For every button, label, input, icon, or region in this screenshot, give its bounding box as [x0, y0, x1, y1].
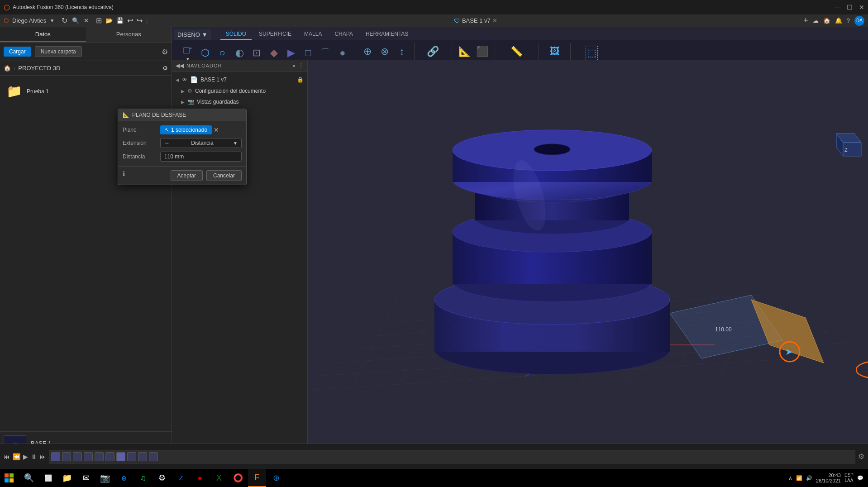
close-toolbar-icon[interactable]: ✕ [84, 17, 89, 24]
chamfer-btn[interactable]: ↕ [394, 45, 410, 58]
collapse-nav-icon[interactable]: ◀◀ [176, 62, 184, 69]
system-clock[interactable]: 20:43 26/10/2021 [816, 473, 841, 483]
home-nav-icon[interactable]: 🏠 [4, 65, 11, 72]
taskbar-other[interactable]: ⊕ [267, 469, 285, 487]
taskbar-spotify[interactable]: ♫ [134, 469, 152, 487]
design-dropdown[interactable]: DISEÑO ▼ [174, 29, 211, 40]
insert-img-btn[interactable]: 🖼 [547, 45, 563, 58]
add-tab-icon[interactable]: + [803, 16, 808, 25]
open-icon[interactable]: 📂 [105, 17, 113, 24]
press-pull-btn[interactable]: ⊕ [360, 45, 375, 58]
chevron-icon[interactable]: ∧ [788, 475, 792, 481]
cloud-icon[interactable]: ☁ [813, 17, 819, 24]
timeline-item-4[interactable] [84, 452, 93, 461]
project-name[interactable]: PROYECTO 3D [18, 65, 60, 72]
timeline-item-9[interactable] [138, 452, 147, 461]
folder-item-prueba1[interactable]: 📁 Prueba 1 [4, 79, 168, 103]
accept-button[interactable]: Aceptar [171, 170, 203, 181]
nav-lock-icon[interactable]: 🔒 [297, 76, 304, 83]
joint-btn[interactable]: 🔗 [425, 45, 441, 58]
timeline-item-6[interactable] [105, 452, 114, 461]
tab-malla[interactable]: MALLA [299, 29, 327, 40]
sphere-btn[interactable]: ● [335, 46, 350, 60]
distancia-input[interactable] [160, 152, 242, 162]
nav-cube[interactable]: Z [827, 127, 863, 163]
loft-btn[interactable]: ⊡ [249, 46, 264, 60]
fillet-btn[interactable]: ⊗ [377, 45, 392, 58]
plane-btn[interactable]: 📐 [457, 45, 472, 58]
cancel-button[interactable]: Cancelar [206, 170, 242, 181]
home-icon[interactable]: 🏠 [823, 17, 830, 24]
sweep-btn[interactable]: ◐ [232, 46, 247, 60]
plano-clear-btn[interactable]: ✕ [214, 126, 219, 134]
tab-herramientas[interactable]: HERRAMIENTAS [360, 29, 414, 40]
save-icon[interactable]: 💾 [116, 17, 124, 24]
timeline-prev-btn[interactable]: ⏪ [13, 453, 20, 460]
taskbar-xbox[interactable]: X [210, 469, 228, 487]
user-dropdown-icon[interactable]: ▼ [50, 18, 54, 23]
extrude-btn[interactable]: ⬡ [197, 46, 213, 60]
extension-select[interactable]: ↔ Distancia ▼ [160, 138, 242, 148]
taskbar-unknown[interactable]: ⭕ [229, 469, 247, 487]
tab-personas[interactable]: Personas [86, 27, 172, 42]
nav-config-item[interactable]: ▶ ⚙ Configuración del documento [172, 86, 307, 96]
maximize-icon[interactable]: ☐ [847, 4, 853, 11]
taskbar-camera[interactable]: 📷 [96, 469, 114, 487]
rib-btn[interactable]: ◆ [266, 46, 281, 60]
project-settings-icon[interactable]: ⚙ [162, 65, 168, 72]
minimize-icon[interactable]: — [834, 4, 840, 11]
load-button[interactable]: Cargar [4, 47, 31, 57]
timeline-play-btn[interactable]: ▶ [23, 453, 28, 460]
nav-root[interactable]: ◀ 👁 📄 BASE 1 v7 🔒 [172, 74, 307, 86]
tab-superficie[interactable]: SUPERFICIE [253, 29, 297, 40]
timeline-start-btn[interactable]: ⏮ [4, 453, 10, 460]
timeline-item-8[interactable] [127, 452, 136, 461]
new-folder-button[interactable]: Nueva carpeta [35, 46, 82, 57]
start-button[interactable] [0, 469, 18, 487]
grid-view-icon[interactable]: ⊞ [96, 16, 102, 25]
cylinder-btn[interactable]: ⌒ [318, 45, 333, 61]
timeline-item-5[interactable] [95, 452, 104, 461]
timeline-item-10[interactable] [149, 452, 158, 461]
close-icon[interactable]: ✕ [859, 4, 864, 11]
title-bar-controls[interactable]: — ☐ ✕ [834, 4, 864, 11]
timeline-item-3[interactable] [73, 452, 82, 461]
taskbar-settings[interactable]: ⚙ [153, 469, 171, 487]
select-btn[interactable]: ⬚ [584, 45, 600, 61]
measure-btn[interactable]: 📏 [509, 45, 525, 58]
nav-vistas-item[interactable]: ▶ 📷 Vistas guardadas [172, 96, 307, 107]
web-btn[interactable]: ▶ [283, 46, 299, 60]
help-icon[interactable]: ? [847, 17, 850, 24]
notification-icon[interactable]: 💬 [857, 475, 863, 481]
undo-icon[interactable]: ↩ [127, 16, 133, 25]
timeline-item-7[interactable] [116, 452, 125, 461]
nav-eye-icon[interactable]: 👁 [182, 76, 187, 83]
taskbar-recording[interactable]: ● [191, 469, 209, 487]
bell-icon[interactable]: 🔔 [835, 17, 842, 24]
settings-gear-button[interactable]: ⚙ [162, 48, 168, 56]
taskbar-taskview[interactable]: ⬜ [39, 469, 57, 487]
timeline-end-btn[interactable]: ⏭ [40, 453, 46, 460]
title-close-icon[interactable]: ✕ [492, 17, 497, 24]
timeline-settings-icon[interactable]: ⚙ [858, 452, 864, 461]
taskbar-zoom[interactable]: Z [172, 469, 190, 487]
box-btn[interactable]: □ [300, 46, 316, 60]
user-name[interactable]: Diego Alvties [12, 17, 46, 24]
taskbar-search[interactable]: 🔍 [20, 469, 38, 487]
redo-icon[interactable]: ↪ [137, 16, 143, 25]
taskbar-fusion[interactable]: F [248, 469, 266, 487]
tab-solido[interactable]: SÓLIDO [220, 29, 252, 40]
refresh-icon[interactable]: ↻ [62, 16, 67, 25]
nav-expand-icon[interactable]: ⋮ [298, 62, 304, 69]
wifi-icon[interactable]: 📶 [796, 475, 802, 481]
timeline-item-2[interactable] [62, 452, 71, 461]
tab-datos[interactable]: Datos [0, 27, 86, 42]
taskbar-edge[interactable]: e [115, 469, 133, 487]
viewport[interactable]: 110.00 ➤ 110 ⋮ YZ Plano Z [308, 60, 868, 462]
taskbar-explorer[interactable]: 📁 [58, 469, 76, 487]
axis-btn[interactable]: ⬛ [474, 45, 490, 58]
volume-icon[interactable]: 🔊 [806, 475, 812, 481]
revolve-btn[interactable]: ○ [215, 46, 230, 60]
taskbar-mail[interactable]: ✉ [77, 469, 95, 487]
timeline-item-1[interactable] [51, 452, 60, 461]
